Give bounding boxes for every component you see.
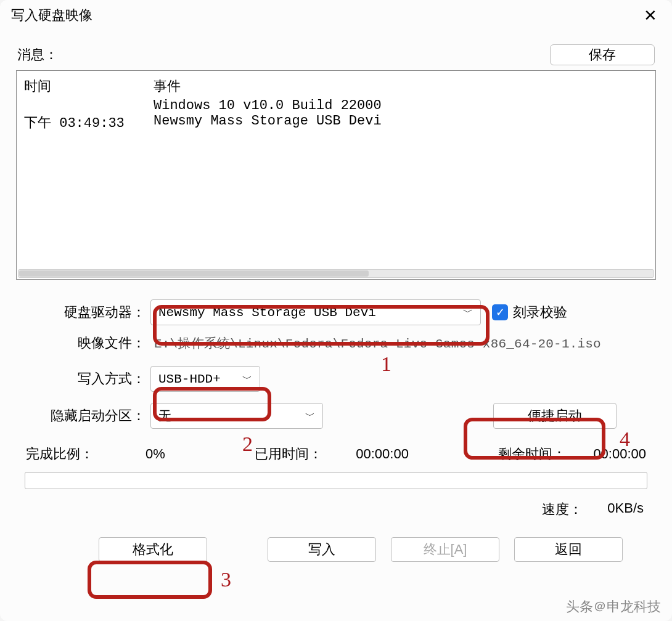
content-area: 消息： 保存 时间 事件 Windows 10 v10.0 Build 2200… (0, 28, 672, 621)
write-method-select[interactable]: USB-HDD+ ﹀ (150, 366, 260, 392)
verify-checkbox-wrap[interactable]: ✓ 刻录校验 (492, 303, 567, 322)
action-button-row: 格式化 写入 终止[A] 返回 (12, 537, 660, 562)
verify-label: 刻录校验 (513, 303, 567, 322)
log-event: Newsmy Mass Storage USB Devi (154, 113, 382, 132)
log-row: 下午 03:49:33 Newsmy Mass Storage USB Devi (24, 113, 648, 132)
drive-row: 硬盘驱动器： Newsmy Mass Storage USB Devi ﹀ ✓ … (21, 299, 651, 325)
log-header-time: 时间 (24, 77, 154, 95)
window-title: 写入硬盘映像 (11, 6, 92, 25)
drive-value: Newsmy Mass Storage USB Devi (158, 306, 376, 320)
format-button[interactable]: 格式化 (99, 537, 207, 562)
image-label: 映像文件： (21, 334, 150, 352)
dialog-window: 写入硬盘映像 ✕ 消息： 保存 时间 事件 Windows 10 v10.0 B… (0, 0, 672, 621)
write-method-label: 写入方式： (21, 370, 150, 388)
speed-row: 速度： 0KB/s (12, 500, 644, 519)
titlebar: 写入硬盘映像 ✕ (0, 0, 672, 28)
close-icon[interactable]: ✕ (640, 7, 661, 23)
image-row: 映像文件： E:\操作系统\Linux\Fedora\Fedora-Live-G… (21, 334, 651, 352)
chevron-down-icon: ﹀ (305, 410, 315, 423)
chevron-down-icon: ﹀ (242, 373, 252, 386)
message-header-row: 消息： 保存 (17, 44, 655, 65)
log-headers: 时间 事件 (24, 77, 648, 95)
elapsed-label: 已用时间： (255, 445, 322, 463)
progress-info-row: 完成比例： 0% 已用时间： 00:00:00 剩余时间： 00:00:00 (12, 445, 660, 463)
speed-value: 0KB/s (607, 500, 644, 519)
scrollbar-thumb[interactable] (19, 270, 369, 277)
done-value: 0% (145, 446, 165, 462)
done-label: 完成比例： (26, 445, 94, 463)
stop-button[interactable]: 终止[A] (391, 537, 499, 562)
drive-label: 硬盘驱动器： (21, 303, 150, 322)
image-path: E:\操作系统\Linux\Fedora\Fedora-Live-Games-x… (150, 335, 601, 352)
drive-select[interactable]: Newsmy Mass Storage USB Devi ﹀ (150, 299, 481, 325)
write-method-row: 写入方式： USB-HDD+ ﹀ (21, 366, 651, 392)
progress-bar (25, 472, 647, 489)
hide-boot-row: 隐藏启动分区： 无 ﹀ 便捷启动 (21, 403, 651, 429)
elapsed-value: 00:00:00 (356, 446, 409, 462)
checkbox-checked-icon[interactable]: ✓ (492, 304, 508, 320)
quick-boot-button[interactable]: 便捷启动 (493, 403, 617, 429)
watermark-text: 头条＠申龙科技 (566, 598, 661, 616)
write-method-value: USB-HDD+ (158, 372, 221, 386)
log-body: Windows 10 v10.0 Build 22000 下午 03:49:33… (24, 98, 648, 132)
log-event: Windows 10 v10.0 Build 22000 (154, 98, 382, 113)
hide-boot-value: 无 (158, 407, 171, 424)
speed-label: 速度： (542, 500, 583, 519)
remain-value: 00:00:00 (593, 446, 646, 462)
hide-boot-label: 隐藏启动分区： (21, 407, 150, 425)
form-area: 硬盘驱动器： Newsmy Mass Storage USB Devi ﹀ ✓ … (12, 291, 660, 434)
chevron-down-icon: ﹀ (463, 306, 473, 319)
message-label: 消息： (17, 46, 58, 64)
log-box: 时间 事件 Windows 10 v10.0 Build 22000 下午 03… (16, 70, 656, 280)
hide-boot-select[interactable]: 无 ﹀ (150, 403, 323, 429)
log-row: Windows 10 v10.0 Build 22000 (24, 98, 648, 113)
log-time: 下午 03:49:33 (24, 113, 154, 132)
log-header-event: 事件 (154, 77, 181, 95)
remain-label: 剩余时间： (498, 445, 566, 463)
write-button[interactable]: 写入 (268, 537, 376, 562)
back-button[interactable]: 返回 (514, 537, 623, 562)
save-button[interactable]: 保存 (550, 44, 655, 65)
horizontal-scrollbar[interactable] (18, 269, 654, 278)
log-time (24, 98, 154, 113)
